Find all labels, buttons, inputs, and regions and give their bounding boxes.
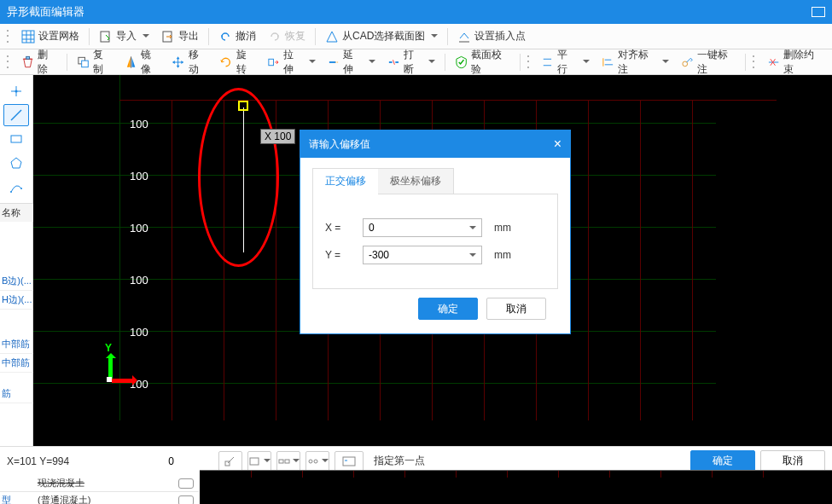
checkbox[interactable] (178, 495, 194, 505)
line-tool[interactable] (3, 104, 29, 126)
break-icon (387, 55, 400, 69)
copy-icon (77, 55, 90, 69)
dialog-tabs: 正交偏移 极坐标偏移 (312, 168, 454, 194)
coordinate-readout: X=101 Y=994 (7, 455, 135, 467)
grid-line (588, 100, 589, 420)
export-label: 导出 (178, 29, 199, 43)
status-ok-button[interactable]: 确定 (690, 450, 755, 472)
maximize-icon[interactable] (812, 7, 825, 17)
unit-label: mm (494, 222, 511, 234)
title-bar: 异形截面编辑器 (0, 0, 832, 24)
snap-mid-button[interactable] (247, 451, 271, 472)
curve-tool[interactable] (3, 176, 29, 198)
y-label: Y = (325, 249, 351, 261)
status-cancel-button[interactable]: 取消 (760, 450, 825, 472)
chevron-down-icon (662, 60, 669, 67)
property-item[interactable]: 中部筋 (0, 335, 33, 354)
svg-rect-19 (269, 59, 274, 65)
chevron-down-icon (264, 459, 271, 466)
grid-icon (21, 30, 35, 43)
row-value: 现浇混凝土 (34, 477, 162, 490)
property-item[interactable]: B边)(... (0, 272, 33, 291)
chevron-down-icon (428, 60, 435, 67)
import-label: 导入 (116, 29, 137, 43)
x-label: X = (325, 222, 351, 234)
snap-endpoint-button[interactable] (218, 451, 242, 472)
preview-strip (200, 470, 832, 504)
tooltip-label: X 100 (260, 129, 295, 144)
chevron-down-icon (431, 34, 438, 41)
checkbox[interactable] (178, 478, 194, 489)
rect-icon (9, 132, 23, 146)
svg-rect-47 (285, 460, 289, 463)
dialog-title-bar[interactable]: 请输入偏移值 × (300, 130, 570, 158)
point-tool[interactable] (3, 80, 29, 102)
toolbar-grip-icon (7, 54, 12, 71)
svg-line-11 (460, 33, 464, 38)
offset-dialog: 请输入偏移值 × 正交偏移 极坐标偏移 X = 0 mm Y = -300 mm… (300, 130, 571, 334)
svg-line-44 (228, 457, 234, 463)
svg-point-49 (314, 460, 317, 463)
close-icon[interactable]: × (554, 136, 561, 152)
chevron-down-icon (322, 459, 329, 466)
snap-icon (248, 455, 261, 468)
grid-line (692, 100, 693, 420)
toolbar-grip-icon (527, 54, 532, 71)
row-label: 型 (0, 494, 34, 504)
svg-line-25 (393, 60, 394, 65)
chevron-down-icon (583, 60, 590, 67)
insert-label: 设置插入点 (474, 29, 526, 43)
onekey-icon (681, 55, 694, 69)
snap-icon (224, 455, 237, 468)
rotate-icon (219, 55, 232, 69)
selection-handle[interactable] (238, 101, 248, 111)
row-value: (普通混凝土) (34, 494, 162, 504)
mirror-icon (125, 55, 137, 69)
snap-center-button[interactable] (276, 451, 300, 472)
svg-line-38 (11, 110, 21, 120)
check-icon (455, 55, 468, 69)
svg-rect-15 (81, 61, 88, 67)
property-item[interactable]: 筋 (0, 385, 33, 403)
insert-icon (457, 30, 471, 43)
separator (447, 28, 448, 45)
stretch-icon (267, 55, 280, 69)
svg-point-42 (20, 188, 22, 189)
command-input-icon[interactable] (335, 451, 364, 472)
cad-icon (325, 30, 339, 43)
property-item[interactable]: H边)(... (0, 291, 33, 310)
y-input[interactable]: -300 (363, 246, 482, 264)
snap-node-button[interactable] (305, 451, 329, 472)
set-grid-label: 设置网格 (38, 29, 79, 43)
polygon-tool[interactable] (3, 152, 29, 174)
separator (67, 54, 67, 71)
unit-label: mm (494, 249, 511, 261)
align-icon (602, 55, 614, 69)
property-row[interactable]: 现浇混凝土 (0, 475, 199, 492)
tab-ortho[interactable]: 正交偏移 (313, 169, 378, 194)
dialog-cancel-button[interactable]: 取消 (486, 298, 546, 320)
property-item[interactable]: 中部筋 (0, 354, 33, 373)
property-row[interactable]: 型 (普通混凝土) (0, 492, 199, 504)
chevron-down-icon (469, 226, 476, 233)
cad-label: 从CAD选择截面图 (342, 29, 425, 43)
undo-icon (218, 30, 232, 43)
export-icon (161, 30, 175, 43)
svg-rect-0 (22, 31, 34, 43)
ruler-label: 100 (130, 118, 148, 130)
terminal-icon (342, 455, 356, 468)
separator (445, 54, 445, 71)
grid-line (640, 100, 641, 420)
rect-tool[interactable] (3, 128, 29, 150)
svg-point-48 (309, 460, 312, 463)
status-zero: 0 (140, 455, 174, 467)
drawn-line (243, 107, 244, 252)
mirror-label: 镜像 (141, 48, 160, 77)
dialog-content: X = 0 mm Y = -300 mm (312, 194, 558, 289)
x-input[interactable]: 0 (363, 218, 482, 237)
stretch-label: 拉伸 (283, 48, 302, 77)
ruler-label: 100 (130, 326, 148, 339)
property-rows: 现浇混凝土 型 (普通混凝土) 度等级 (C35) (0, 475, 199, 504)
dialog-ok-button[interactable]: 确定 (418, 298, 478, 320)
tab-polar[interactable]: 极坐标偏移 (378, 169, 453, 194)
